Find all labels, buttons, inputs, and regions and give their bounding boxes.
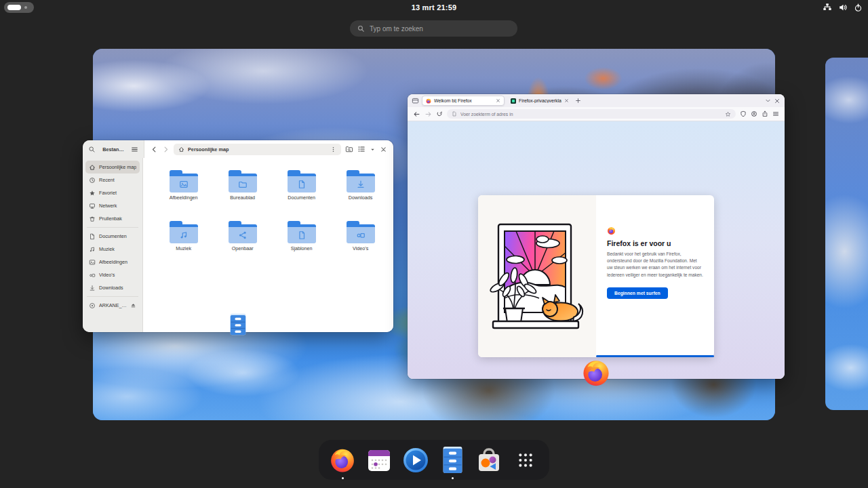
list-view-icon[interactable]: [357, 145, 366, 153]
folder-icon: [288, 170, 316, 192]
path-bar[interactable]: Persoonlijke map: [174, 144, 341, 155]
sidebar-item-downloads[interactable]: Downloads: [85, 281, 140, 294]
welcome-heading: Firefox is er voor u: [607, 239, 703, 247]
files-window[interactable]: Bestan… Persoonlijke map: [83, 140, 393, 332]
eject-icon[interactable]: [130, 302, 136, 308]
back-icon[interactable]: [151, 146, 158, 153]
tab-close-icon[interactable]: [564, 98, 569, 103]
view-options-caret-icon[interactable]: [370, 146, 376, 152]
forward-icon[interactable]: [425, 110, 432, 118]
sidebar-item-muziek[interactable]: Muziek: [85, 243, 140, 256]
image-glyph-icon: [179, 180, 189, 189]
dock-calendar[interactable]: [366, 447, 393, 474]
clock-icon: [89, 177, 96, 184]
media-player-app-icon: [402, 447, 429, 474]
sidebar-item-prullenbak[interactable]: Prullenbak: [85, 212, 140, 225]
music-icon: [89, 246, 96, 253]
close-window-icon[interactable]: [774, 98, 781, 104]
folder-icon: [170, 170, 198, 192]
workspace-thumbnail-next[interactable]: [825, 58, 868, 410]
firefox-window[interactable]: Welkom bij Firefox Firefox-privacyverkla…: [408, 94, 785, 379]
sidebar-label: Netwerk: [99, 203, 136, 209]
folder-item-afbeeldingen[interactable]: Afbeeldingen: [154, 170, 213, 212]
files-search-icon[interactable]: [88, 146, 96, 153]
share-icon[interactable]: [762, 110, 768, 117]
network-icon[interactable]: [823, 3, 832, 12]
files-sidebar: Persoonlijke map Recent Favoriet Netwerk…: [83, 158, 143, 332]
dock-firefox[interactable]: [329, 447, 356, 474]
system-status-area[interactable]: [823, 0, 863, 15]
dock-app-grid[interactable]: [512, 447, 539, 474]
folder-icon: [288, 221, 316, 243]
document-glyph-icon: [297, 180, 307, 189]
folder-item-openbaar[interactable]: Openbaar: [213, 221, 272, 263]
url-bar[interactable]: Voer zoekterm of adres in: [447, 109, 736, 119]
running-indicator-dot: [342, 477, 344, 479]
disc-icon: [89, 302, 96, 309]
firefox-nav-bar: Voer zoekterm of adres in: [408, 107, 785, 121]
video-icon: [89, 272, 96, 279]
firefox-page-content: Firefox is er voor u Bedankt voor het ge…: [408, 121, 785, 379]
folder-item-bureaublad[interactable]: Bureaublad: [213, 170, 272, 212]
folder-item-downloads[interactable]: Downloads: [331, 170, 390, 212]
sidebar-label: ARKANE_…: [99, 302, 127, 308]
sidebar-item-persoonlijke-map[interactable]: Persoonlijke map: [85, 161, 140, 174]
firefox-window-app-badge[interactable]: [581, 358, 611, 388]
dock-software[interactable]: [475, 447, 502, 474]
bookmark-star-icon[interactable]: [725, 111, 731, 117]
power-icon[interactable]: [854, 3, 863, 12]
shield-icon[interactable]: [740, 110, 747, 117]
sidebar-item-recent[interactable]: Recent: [85, 174, 140, 186]
trash-icon: [89, 216, 96, 222]
forward-icon[interactable]: [162, 146, 170, 153]
folder-icon: [347, 221, 375, 243]
dock-media-player[interactable]: [402, 447, 429, 474]
calendar-app-icon: [366, 447, 393, 474]
clock[interactable]: 13 mrt 21:59: [0, 0, 868, 15]
menu-icon[interactable]: [772, 110, 779, 117]
folder-item-sjablonen[interactable]: Sjablonen: [272, 221, 331, 263]
search-placeholder: Typ om te zoeken: [370, 25, 423, 33]
dock-files[interactable]: [439, 447, 466, 474]
sidebar-item-netwerk[interactable]: Netwerk: [85, 199, 140, 212]
sidebar-item-documenten[interactable]: Documenten: [85, 230, 140, 243]
files-menu-icon[interactable]: [131, 146, 138, 153]
start-browsing-button[interactable]: Beginnen met surfen: [607, 287, 668, 299]
close-window-icon[interactable]: [380, 146, 387, 153]
urlbar-placeholder: Voer zoekterm of adres in: [460, 112, 722, 117]
back-icon[interactable]: [413, 110, 420, 118]
welcome-illustration: [478, 195, 596, 357]
sidebar-item-favoriet[interactable]: Favoriet: [85, 186, 140, 199]
tab-welkom-bij-firefox[interactable]: Welkom bij Firefox: [422, 96, 505, 106]
folder-icon: [229, 170, 257, 192]
sidebar-label: Recent: [99, 177, 136, 183]
sidebar-item-drive-arkane[interactable]: ARKANE_…: [85, 299, 140, 312]
sidebar-label: Muziek: [99, 246, 136, 252]
firefox-tab-bar: Welkom bij Firefox Firefox-privacyverkla…: [408, 94, 785, 107]
search-in-folder-icon[interactable]: [345, 145, 353, 153]
reload-icon[interactable]: [436, 110, 443, 117]
sidebar-item-afbeeldingen[interactable]: Afbeeldingen: [85, 256, 140, 268]
tab-close-icon[interactable]: [496, 98, 500, 103]
list-all-tabs-icon[interactable]: [765, 98, 771, 104]
sidebar-item-videos[interactable]: Video's: [85, 268, 140, 281]
files-window-app-badge[interactable]: [228, 313, 248, 336]
new-tab-icon[interactable]: [575, 98, 581, 104]
sidebar-label: Afbeeldingen: [99, 259, 136, 265]
files-toolbar: Persoonlijke map: [144, 140, 393, 158]
volume-icon[interactable]: [838, 3, 848, 12]
home-icon: [178, 146, 184, 152]
welcome-body: Bedankt voor het gebruik van Firefox, on…: [607, 251, 703, 279]
search-input[interactable]: Typ om te zoeken: [350, 20, 517, 37]
document-icon: [89, 233, 96, 240]
software-app-icon: [475, 447, 502, 474]
folder-item-videos[interactable]: Video's: [331, 221, 390, 263]
folder-item-muziek[interactable]: Muziek: [154, 221, 213, 263]
tab-firefox-privacyverklaring[interactable]: Firefox-privacyverklaring: [507, 96, 572, 106]
sidebar-divider: [87, 227, 138, 228]
firefox-view-icon[interactable]: [412, 97, 419, 104]
folder-item-documenten[interactable]: Documenten: [272, 170, 331, 212]
account-icon[interactable]: [751, 110, 757, 117]
path-menu-kebab-icon[interactable]: [330, 146, 336, 152]
files-sidebar-header: Bestan…: [83, 140, 144, 158]
